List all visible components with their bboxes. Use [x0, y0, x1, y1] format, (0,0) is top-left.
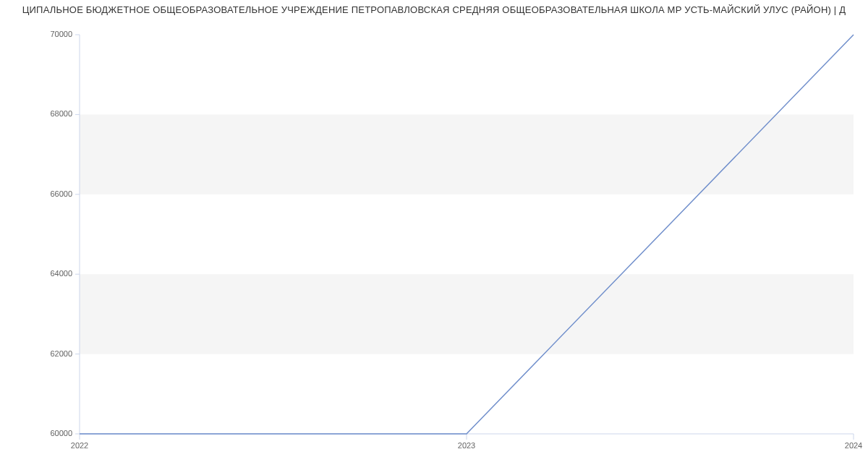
- chart-svg: [0, 0, 868, 470]
- data-line: [80, 35, 854, 434]
- y-tick-label: 60000: [36, 429, 72, 437]
- x-tick-label: 2024: [845, 441, 862, 450]
- y-tick-label: 64000: [36, 269, 72, 278]
- y-tick-label: 70000: [36, 30, 72, 38]
- x-tick-label: 2022: [71, 441, 88, 450]
- y-tick-label: 62000: [36, 349, 72, 358]
- y-tick-label: 68000: [36, 109, 72, 118]
- svg-rect-0: [80, 274, 854, 354]
- x-tick-label: 2023: [458, 441, 475, 450]
- y-tick-label: 66000: [36, 189, 72, 198]
